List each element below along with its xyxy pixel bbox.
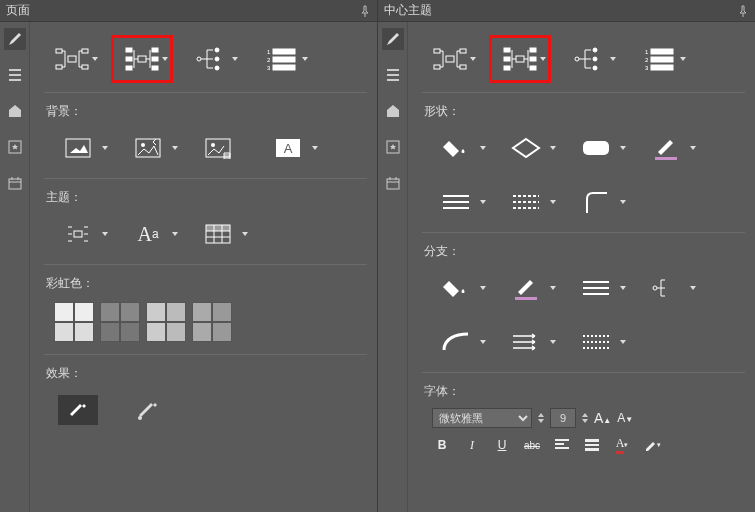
- font-shrink[interactable]: A▼: [617, 411, 633, 425]
- line-color[interactable]: [642, 130, 690, 166]
- svg-rect-59: [583, 141, 609, 155]
- branch-curve[interactable]: [432, 324, 480, 360]
- effect-pen-light[interactable]: [124, 392, 172, 428]
- pin-icon[interactable]: [359, 5, 371, 17]
- swatch-3[interactable]: [146, 302, 186, 342]
- tab-calendar[interactable]: [382, 172, 404, 194]
- svg-rect-43: [504, 48, 510, 52]
- tab-star[interactable]: [4, 136, 26, 158]
- tab-home[interactable]: [4, 100, 26, 122]
- shape-diamond[interactable]: [502, 130, 550, 166]
- layout-symmetric[interactable]: [44, 38, 100, 80]
- shape-label: 形状：: [424, 103, 745, 120]
- layout-right[interactable]: [562, 38, 618, 80]
- svg-rect-39: [434, 65, 440, 69]
- layout-row: 123: [44, 32, 367, 86]
- font-family-select[interactable]: 微软雅黑: [432, 408, 532, 428]
- bg-fill[interactable]: [54, 130, 102, 166]
- svg-rect-10: [126, 66, 132, 70]
- highlight-icon[interactable]: ▾: [642, 436, 662, 454]
- svg-text:2: 2: [645, 57, 649, 63]
- branch-line-color[interactable]: [502, 270, 550, 306]
- font-size-stepper[interactable]: [582, 413, 588, 423]
- svg-rect-11: [152, 48, 158, 52]
- layout-radial[interactable]: [492, 38, 548, 80]
- svg-rect-31: [74, 231, 82, 237]
- svg-text:1: 1: [645, 49, 649, 55]
- pin-icon[interactable]: [737, 5, 749, 17]
- bg-text[interactable]: A: [264, 130, 312, 166]
- branch-connector[interactable]: [642, 270, 690, 306]
- svg-rect-6: [82, 65, 88, 69]
- align-dist-icon[interactable]: [582, 436, 602, 454]
- svg-rect-48: [530, 66, 536, 70]
- theme-font[interactable]: Aa: [124, 216, 172, 252]
- background-label: 背景：: [46, 103, 367, 120]
- branch-tools: [422, 264, 745, 366]
- layout-symmetric[interactable]: [422, 38, 478, 80]
- strike-button[interactable]: abc: [522, 436, 542, 454]
- page-panel-titlebar: 页面: [0, 0, 377, 22]
- topic-content: 123 形状： 分支：: [408, 22, 755, 512]
- shape-rounded[interactable]: [572, 130, 620, 166]
- svg-rect-2: [68, 56, 76, 62]
- shape-tools: [422, 124, 745, 226]
- font-size-input[interactable]: [550, 408, 576, 428]
- corner-radius[interactable]: [572, 184, 620, 220]
- svg-rect-9: [126, 57, 132, 61]
- svg-rect-42: [516, 56, 524, 62]
- line-solid[interactable]: [432, 184, 480, 220]
- layout-radial[interactable]: [114, 38, 170, 80]
- tab-brush[interactable]: [382, 28, 404, 50]
- svg-rect-1: [9, 179, 21, 189]
- tab-list[interactable]: [4, 64, 26, 86]
- layout-numbered[interactable]: 123: [254, 38, 310, 80]
- svg-rect-33: [206, 225, 230, 231]
- theme-tools: Aa: [44, 210, 367, 258]
- swatch-1[interactable]: [54, 302, 94, 342]
- line-dashed[interactable]: [502, 184, 550, 220]
- branch-arrows[interactable]: [502, 324, 550, 360]
- layout-right[interactable]: [184, 38, 240, 80]
- tab-calendar[interactable]: [4, 172, 26, 194]
- svg-rect-13: [152, 66, 158, 70]
- svg-rect-63: [585, 448, 599, 451]
- tab-brush[interactable]: [4, 28, 26, 50]
- svg-rect-8: [126, 48, 132, 52]
- tab-home[interactable]: [382, 100, 404, 122]
- effect-pen-dark[interactable]: [54, 392, 102, 428]
- font-family-stepper[interactable]: [538, 413, 544, 423]
- underline-button[interactable]: U: [492, 436, 512, 454]
- svg-rect-21: [273, 49, 295, 54]
- bg-delete[interactable]: [194, 130, 242, 166]
- layout-numbered[interactable]: 123: [632, 38, 688, 80]
- italic-button[interactable]: I: [462, 436, 482, 454]
- svg-point-26: [141, 143, 145, 147]
- svg-point-15: [215, 48, 219, 52]
- fill-color[interactable]: [432, 130, 480, 166]
- swatch-2[interactable]: [100, 302, 140, 342]
- bg-image[interactable]: [124, 130, 172, 166]
- tab-list[interactable]: [382, 64, 404, 86]
- tab-star[interactable]: [382, 136, 404, 158]
- branch-dashed[interactable]: [572, 324, 620, 360]
- svg-rect-24: [66, 139, 90, 157]
- font-grow[interactable]: A▲: [594, 410, 611, 426]
- svg-rect-22: [273, 57, 295, 62]
- theme-structure[interactable]: [54, 216, 102, 252]
- theme-table[interactable]: [194, 216, 242, 252]
- svg-rect-46: [530, 48, 536, 52]
- branch-fill[interactable]: [432, 270, 480, 306]
- layout-row: 123: [422, 32, 745, 86]
- svg-rect-7: [138, 56, 146, 62]
- right-sidetabs: [378, 22, 408, 512]
- theme-label: 主题：: [46, 189, 367, 206]
- swatch-4[interactable]: [192, 302, 232, 342]
- svg-text:2: 2: [267, 57, 271, 63]
- align-left-icon[interactable]: [552, 436, 572, 454]
- font-controls: 微软雅黑 A▲ A▼: [422, 404, 745, 436]
- font-color-icon[interactable]: A▾: [612, 436, 632, 454]
- bold-button[interactable]: B: [432, 436, 452, 454]
- branch-lines[interactable]: [572, 270, 620, 306]
- svg-point-50: [593, 48, 597, 52]
